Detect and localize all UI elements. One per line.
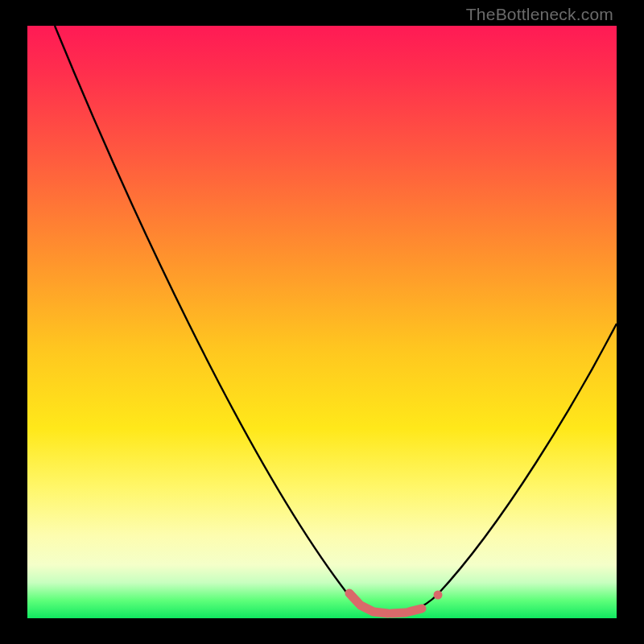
svg-point-0	[434, 591, 443, 600]
bottleneck-curve-svg	[27, 26, 617, 618]
chart-frame: TheBottleneck.com	[0, 0, 644, 644]
gradient-plot-area	[27, 26, 617, 618]
bottleneck-curve-path	[55, 26, 617, 613]
watermark-text: TheBottleneck.com	[466, 5, 613, 24]
